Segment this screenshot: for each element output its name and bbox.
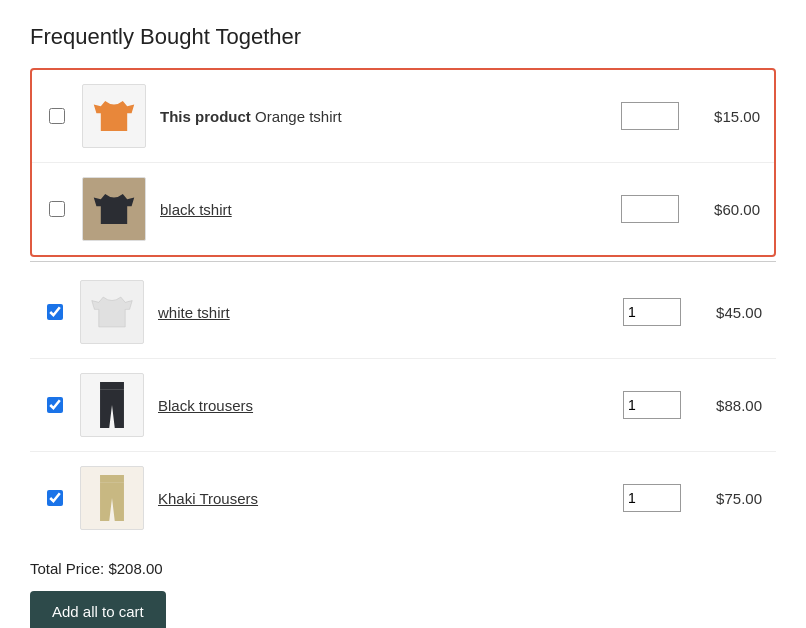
table-row: Black trousers $88.00	[30, 359, 776, 452]
total-value: $208.00	[108, 560, 162, 577]
table-row: white tshirt $45.00	[30, 266, 776, 359]
black-trousers-qty-col	[623, 391, 683, 419]
total-label: Total Price:	[30, 560, 104, 577]
white-tshirt-name-col: white tshirt	[158, 304, 609, 321]
orange-tshirt-image	[82, 84, 146, 148]
black-tshirt-price: $60.00	[695, 201, 760, 218]
divider	[30, 261, 776, 262]
total-price: Total Price: $208.00	[30, 560, 776, 577]
white-tshirt-qty-col	[623, 298, 683, 326]
black-tshirt-name-col: black tshirt	[160, 201, 607, 218]
svg-rect-0	[100, 382, 124, 389]
black-trousers-icon	[98, 382, 126, 428]
khaki-trousers-name-col: Khaki Trousers	[158, 490, 609, 507]
black-trousers-link[interactable]: Black trousers	[158, 397, 253, 414]
white-tshirt-price: $45.00	[697, 304, 762, 321]
khaki-trousers-icon	[98, 475, 126, 521]
highlighted-section: This product Orange tshirt $15.00 black …	[30, 68, 776, 257]
table-row: black tshirt $60.00	[32, 163, 774, 255]
black-tshirt-qty-col	[621, 195, 681, 223]
white-tshirt-icon	[90, 290, 134, 334]
black-trousers-price: $88.00	[697, 397, 762, 414]
table-row: Khaki Trousers $75.00	[30, 452, 776, 544]
checkbox-col	[44, 397, 66, 413]
black-tshirt-link[interactable]: black tshirt	[160, 201, 232, 218]
section-title: Frequently Bought Together	[30, 24, 776, 50]
black-tshirt-image	[82, 177, 146, 241]
white-tshirt-image	[80, 280, 144, 344]
khaki-trousers-image	[80, 466, 144, 530]
orange-tshirt-checkbox[interactable]	[49, 108, 65, 124]
orange-tshirt-price: $15.00	[695, 108, 760, 125]
orange-tshirt-qty-col	[621, 102, 681, 130]
black-tshirt-icon	[92, 187, 136, 231]
khaki-trousers-qty-col	[623, 484, 683, 512]
checkbox-col	[44, 490, 66, 506]
add-to-cart-button[interactable]: Add all to cart	[30, 591, 166, 628]
product-list: This product Orange tshirt $15.00 black …	[30, 68, 776, 544]
khaki-trousers-qty-input[interactable]	[623, 484, 681, 512]
orange-tshirt-icon	[92, 94, 136, 138]
orange-tshirt-qty-input[interactable]	[621, 102, 679, 130]
khaki-trousers-link[interactable]: Khaki Trousers	[158, 490, 258, 507]
black-trousers-qty-input[interactable]	[623, 391, 681, 419]
orange-tshirt-name-col: This product Orange tshirt	[160, 108, 607, 125]
khaki-trousers-price: $75.00	[697, 490, 762, 507]
orange-tshirt-name: Orange tshirt	[255, 108, 342, 125]
checkbox-col	[46, 108, 68, 124]
black-tshirt-checkbox[interactable]	[49, 201, 65, 217]
black-trousers-checkbox[interactable]	[47, 397, 63, 413]
svg-rect-1	[100, 475, 124, 482]
checkbox-col	[46, 201, 68, 217]
table-row: This product Orange tshirt $15.00	[32, 70, 774, 163]
white-tshirt-qty-input[interactable]	[623, 298, 681, 326]
white-tshirt-link[interactable]: white tshirt	[158, 304, 230, 321]
black-tshirt-qty-input[interactable]	[621, 195, 679, 223]
black-trousers-name-col: Black trousers	[158, 397, 609, 414]
khaki-trousers-checkbox[interactable]	[47, 490, 63, 506]
black-trousers-image	[80, 373, 144, 437]
this-product-label: This product	[160, 108, 251, 125]
checkbox-col	[44, 304, 66, 320]
white-tshirt-checkbox[interactable]	[47, 304, 63, 320]
